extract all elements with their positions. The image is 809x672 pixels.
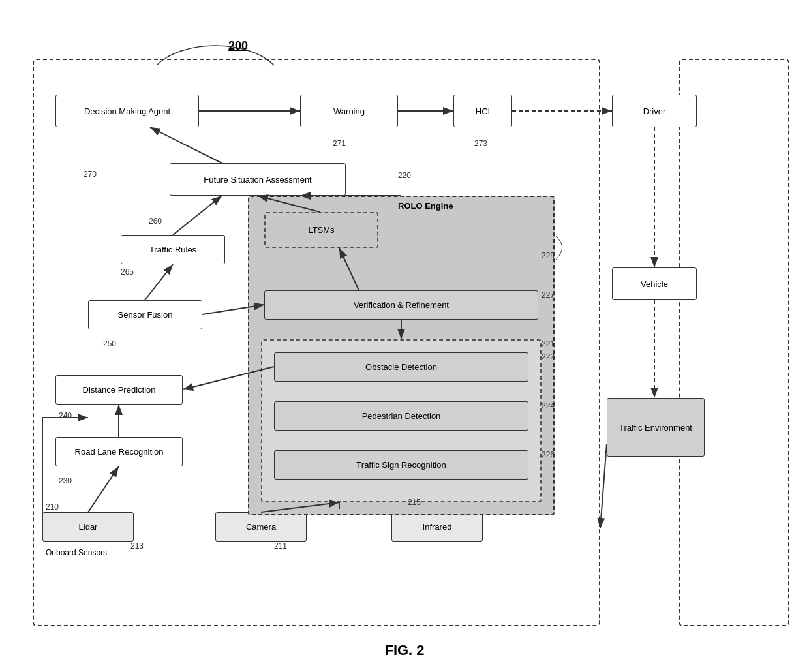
pedestrian-detection-box: Pedestrian Detection bbox=[274, 401, 528, 431]
label-220: 220 bbox=[398, 171, 411, 180]
traffic-rules-box: Traffic Rules bbox=[121, 235, 225, 264]
label-227: 227 bbox=[542, 290, 555, 299]
distance-prediction-box: Distance Prediction bbox=[55, 375, 183, 405]
diagram-container: 200 Decision Making Agent Warning HCI Dr… bbox=[20, 20, 789, 620]
verification-box: Verification & Refinement bbox=[264, 290, 538, 320]
rolo-engine-label: ROLO Engine bbox=[398, 201, 453, 211]
label-226: 226 bbox=[542, 450, 555, 459]
ltsm-box: LTSMs bbox=[264, 212, 378, 248]
label-260: 260 bbox=[149, 217, 162, 226]
label-211: 211 bbox=[274, 542, 287, 551]
label-210: 210 bbox=[46, 502, 59, 512]
label-200-curve bbox=[150, 33, 281, 72]
label-230: 230 bbox=[59, 476, 72, 485]
fig-label: FIG. 2 bbox=[384, 642, 424, 659]
infrared-box: Infrared bbox=[391, 512, 483, 542]
traffic-env-box: Traffic Environment bbox=[607, 398, 705, 457]
label-222: 222 bbox=[542, 352, 555, 361]
label-229: 229 bbox=[542, 251, 555, 260]
label-250: 250 bbox=[103, 339, 116, 348]
onboard-sensors-label: Onboard Sensors bbox=[46, 548, 107, 557]
future-situation-box: Future Situation Assessment bbox=[170, 163, 346, 196]
road-lane-box: Road Lane Recognition bbox=[55, 437, 183, 466]
label-215: 215 bbox=[408, 498, 421, 507]
traffic-sign-box: Traffic Sign Recognition bbox=[274, 450, 528, 480]
right-system-box bbox=[679, 59, 789, 626]
camera-box: Camera bbox=[215, 512, 307, 542]
hci-box: HCI bbox=[453, 95, 512, 127]
label-273: 273 bbox=[474, 139, 487, 148]
label-265: 265 bbox=[121, 267, 134, 277]
label-213: 213 bbox=[130, 542, 144, 551]
decision-making-agent-box: Decision Making Agent bbox=[55, 95, 199, 127]
sensor-fusion-box: Sensor Fusion bbox=[88, 300, 202, 329]
label-224: 224 bbox=[542, 401, 555, 410]
label-270: 270 bbox=[84, 170, 97, 179]
label-271: 271 bbox=[333, 139, 346, 148]
warning-box: Warning bbox=[300, 95, 398, 127]
label-240: 240 bbox=[59, 411, 72, 420]
label-221: 221 bbox=[542, 339, 555, 348]
obstacle-detection-box: Obstacle Detection bbox=[274, 352, 528, 382]
lidar-box: Lidar bbox=[42, 512, 134, 542]
driver-box: Driver bbox=[612, 95, 697, 127]
svg-line-7 bbox=[600, 444, 607, 528]
vehicle-box: Vehicle bbox=[612, 267, 697, 300]
